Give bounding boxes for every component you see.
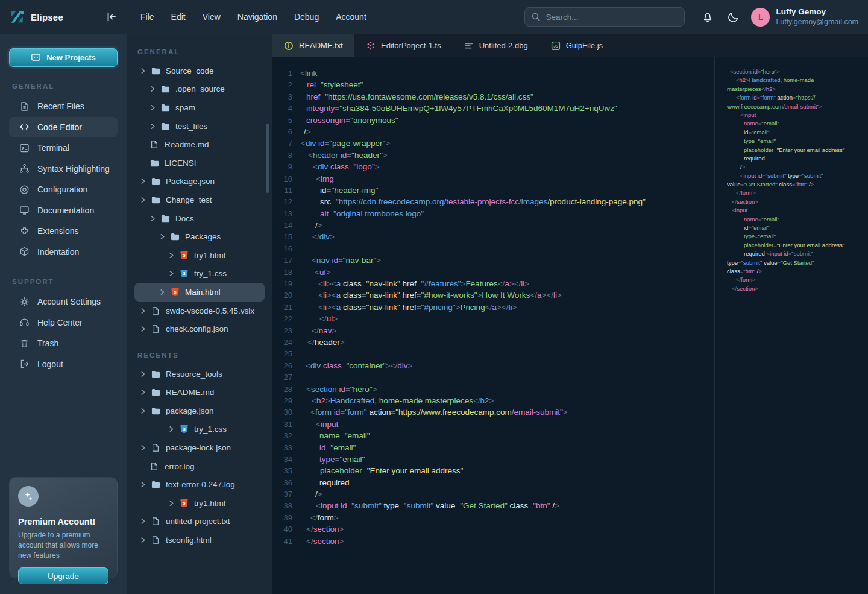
chevron-right-icon[interactable] xyxy=(169,426,174,432)
chevron-right-icon[interactable] xyxy=(140,519,146,524)
sidebar-item-extensions[interactable]: Extensions xyxy=(9,221,118,242)
tree-item-try-1-css[interactable]: 3try_1.css xyxy=(134,265,265,283)
sidebar-item-configuration[interactable]: Configuration xyxy=(9,179,118,200)
tree-item-untlited-project-txt[interactable]: untlited-project.txt xyxy=(134,513,265,531)
css-icon: 3 xyxy=(180,269,189,278)
sidebar-item-logout[interactable]: Logout xyxy=(9,354,118,375)
chat-icon xyxy=(31,52,41,63)
chevron-right-icon[interactable] xyxy=(140,197,146,203)
code-line-30: 30<form id="form" action="https://www.fr… xyxy=(272,406,714,418)
chevron-right-icon[interactable] xyxy=(140,326,146,332)
tree-item-docs[interactable]: Docs xyxy=(134,209,265,228)
tree-item-label: text-error-0.247.log xyxy=(166,480,235,489)
minimap-line: </form> xyxy=(727,189,864,197)
tree-item-open-source[interactable]: .open_source xyxy=(134,80,265,99)
sidebar-item-syntax-highlighting[interactable]: Syntax Highlighting xyxy=(9,159,118,180)
line-number: 18 xyxy=(272,267,292,278)
menu-file[interactable]: File xyxy=(132,7,163,27)
tree-item-swdc-vscode-0-5-45-vsix[interactable]: swdc-vscode-0.5.45.vsix xyxy=(134,302,265,320)
notifications-bell-icon[interactable] xyxy=(700,10,715,24)
tree-item-readme-md[interactable]: Readme.md xyxy=(134,135,265,154)
code-editor[interactable]: 1<link2rel="stylesheet"3href="https://us… xyxy=(272,57,714,594)
tree-item-change-test[interactable]: Change_test xyxy=(134,191,265,209)
chevron-right-icon[interactable] xyxy=(160,289,165,295)
sidebar-item-trash[interactable]: Trash xyxy=(9,333,118,354)
chevron-right-icon[interactable] xyxy=(140,408,146,414)
minimap[interactable]: <section id="hero"><h2>Handcrafted, home… xyxy=(714,57,868,594)
menu-navigation[interactable]: Navigation xyxy=(229,7,286,27)
chevron-right-icon[interactable] xyxy=(169,271,174,276)
tree-item-readme-md[interactable]: README.md xyxy=(134,384,265,402)
code-line-39: 39</form> xyxy=(272,512,714,523)
tree-item-try1-html[interactable]: 5try1.html xyxy=(134,246,265,265)
chevron-right-icon[interactable] xyxy=(150,124,156,129)
collapse-sidebar-icon[interactable] xyxy=(105,10,118,24)
tree-item-test-files[interactable]: test_files xyxy=(134,117,265,136)
tree-item-text-error-0-247-log[interactable]: text-error-0.247.log xyxy=(134,475,265,494)
chevron-right-icon[interactable] xyxy=(169,501,174,506)
tree-item-check-config-json[interactable]: check.config.json xyxy=(134,320,265,338)
tree-item-package-lock-json[interactable]: package-lock.json xyxy=(134,438,265,457)
sidebar-item-help-center[interactable]: Help Center xyxy=(9,312,118,333)
tree-item-package-json[interactable]: Package.json xyxy=(134,172,265,191)
tree-item-resuorce-tools[interactable]: Resuorce_tools xyxy=(134,365,265,384)
line-number: 5 xyxy=(272,115,292,126)
tree-item-package-json[interactable]: package.json xyxy=(134,402,265,420)
chevron-right-icon[interactable] xyxy=(140,390,146,395)
minimap-line: <input xyxy=(727,206,864,215)
code-line-21: 21<li><a class="nav-link" href="#pricing… xyxy=(272,302,714,313)
search-icon xyxy=(531,12,541,22)
svg-text:5: 5 xyxy=(183,253,186,258)
code-line-29: 29<h2>Handcrafted, home-made masterpiece… xyxy=(272,395,714,406)
chevron-right-icon[interactable] xyxy=(150,216,156,221)
tree-item-label: tsconfig.html xyxy=(166,536,212,545)
chevron-right-icon[interactable] xyxy=(140,445,146,450)
chevron-right-icon[interactable] xyxy=(140,482,146,487)
sidebar-item-indentation[interactable]: Indentation xyxy=(9,242,118,263)
tree-item-packages[interactable]: Packages xyxy=(134,227,265,246)
tree-item-try1-html[interactable]: 5try1.html xyxy=(134,494,265,513)
sidebar-item-account-settings[interactable]: Account Settings xyxy=(9,291,118,312)
upgrade-button[interactable]: Upgrade xyxy=(18,567,108,584)
scrollbar-thumb[interactable] xyxy=(266,124,269,193)
search-bar[interactable] xyxy=(524,7,685,27)
tree-item-source-code[interactable]: Source_code xyxy=(134,62,265,80)
sidebar-item-documentation[interactable]: Documentation xyxy=(9,200,118,221)
new-projects-button[interactable]: New Projects xyxy=(9,48,118,67)
chevron-right-icon[interactable] xyxy=(140,179,146,184)
code-icon xyxy=(19,122,30,132)
chevron-right-icon[interactable] xyxy=(150,105,156,110)
code-line-20: 20<li><a class="nav-link" href="#how-it-… xyxy=(272,289,714,301)
tree-item-try-1-css[interactable]: 3try_1.css xyxy=(134,420,265,439)
menu-account[interactable]: Account xyxy=(327,7,375,27)
folder-icon xyxy=(151,370,160,379)
tree-item-spam[interactable]: spam xyxy=(134,98,265,117)
user-avatar[interactable]: L xyxy=(751,8,770,27)
chevron-right-icon[interactable] xyxy=(140,68,146,74)
trash-icon xyxy=(19,338,30,349)
tree-item-licensi[interactable]: LICENSI xyxy=(134,154,265,172)
chevron-right-icon[interactable] xyxy=(140,308,146,314)
tree-item-label: Resuorce_tools xyxy=(166,370,222,379)
tree-item-error-log[interactable]: error.log xyxy=(134,457,265,476)
chevron-right-icon[interactable] xyxy=(169,253,174,258)
tab-readme-txt[interactable]: README.txt xyxy=(272,34,354,57)
chevron-right-icon[interactable] xyxy=(140,371,146,377)
tree-item-main-html[interactable]: 5Main.html xyxy=(134,283,265,302)
chevron-right-icon[interactable] xyxy=(150,86,156,92)
chevron-right-icon[interactable] xyxy=(140,537,146,543)
menu-edit[interactable]: Edit xyxy=(163,7,194,27)
sidebar-item-terminal[interactable]: Terminal xyxy=(9,137,118,159)
dark-mode-moon-icon[interactable] xyxy=(726,10,740,24)
menu-view[interactable]: View xyxy=(194,7,229,27)
chevron-right-icon[interactable] xyxy=(160,234,165,239)
sidebar-item-recent-files[interactable]: Recent Files xyxy=(9,96,118,117)
sidebar-item-code-editor[interactable]: Code Editor xyxy=(9,117,118,138)
tree-item-tsconfig-html[interactable]: tsconfig.html xyxy=(134,531,265,549)
tab-gulpfile-js[interactable]: JSGulpFile.js xyxy=(539,34,614,57)
file-icon xyxy=(151,517,160,526)
search-input[interactable] xyxy=(546,13,678,22)
menu-debug[interactable]: Debug xyxy=(286,7,327,27)
tab-untlited-2-dbg[interactable]: Untlited-2.dbg xyxy=(453,34,539,57)
tab-editorporject-1-ts[interactable]: EditorPorject-1.ts xyxy=(354,34,453,57)
